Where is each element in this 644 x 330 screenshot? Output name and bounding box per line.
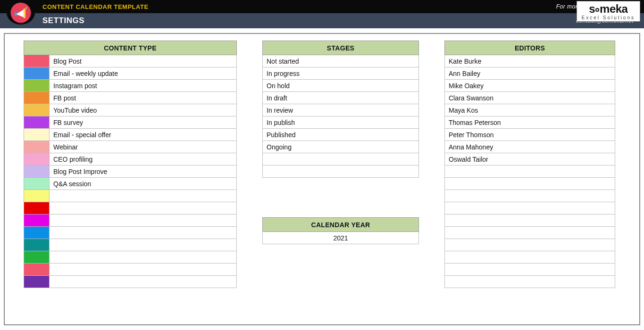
editor-name[interactable]: Kate Burke (445, 55, 615, 67)
color-swatch[interactable] (24, 239, 50, 251)
stage-label[interactable]: Published (263, 129, 419, 141)
content-type-label[interactable]: YouTube video (50, 104, 237, 116)
editor-name[interactable] (445, 276, 615, 288)
brand-box[interactable]: smeka Excel Solutions (577, 1, 640, 22)
editor-row: Anna Mahoney (445, 141, 615, 153)
content-type-label[interactable]: CEO profiling (50, 153, 237, 165)
content-type-label[interactable]: Instagram post (50, 80, 237, 92)
editor-row: Clara Swanson (445, 92, 615, 104)
editor-name[interactable] (445, 239, 615, 251)
content-type-row (24, 190, 237, 202)
swatch-fill (24, 67, 49, 79)
stage-label[interactable]: Ongoing (263, 141, 419, 153)
content-type-label[interactable]: Webinar (50, 141, 237, 153)
editors-section: EDITORS Kate BurkeAnn BaileyMike OakeyCl… (444, 41, 615, 288)
color-swatch[interactable] (24, 165, 50, 178)
color-swatch[interactable] (24, 227, 50, 239)
content-type-label[interactable]: Email - weekly update (50, 67, 237, 80)
color-swatch[interactable] (24, 214, 50, 227)
content-type-label[interactable]: FB survey (50, 116, 237, 129)
page-subtitle: SETTINGS (42, 16, 84, 25)
content-type-label[interactable] (50, 264, 237, 276)
brand-sub-text: Excel Solutions (582, 16, 635, 20)
content-type-row: YouTube video (24, 104, 237, 116)
editor-name[interactable]: Clara Swanson (445, 92, 615, 104)
stage-row (263, 165, 419, 178)
brand-dot-icon (595, 8, 599, 12)
stage-row: In publish (263, 116, 419, 129)
calendar-year-value[interactable]: 2021 (263, 232, 419, 244)
color-swatch[interactable] (24, 276, 50, 288)
editor-row (445, 239, 615, 251)
swatch-fill (24, 116, 49, 128)
editor-name[interactable]: Ann Bailey (445, 67, 615, 80)
editor-name[interactable] (445, 165, 615, 178)
editor-row (445, 264, 615, 276)
color-swatch[interactable] (24, 251, 50, 264)
brand-logo (7, 1, 35, 25)
color-swatch[interactable] (24, 67, 50, 80)
content-type-label[interactable] (50, 202, 237, 214)
swatch-fill (24, 276, 49, 288)
editor-name[interactable] (445, 227, 615, 239)
page-title: CONTENT CALENDAR TEMPLATE (42, 3, 149, 10)
content-type-row: Q&A session (24, 178, 237, 190)
stage-label[interactable]: In review (263, 104, 419, 116)
stages-heading: STAGES (263, 41, 419, 55)
content-type-label[interactable]: Email - special offer (50, 129, 237, 141)
content-type-label[interactable]: Blog Post (50, 55, 237, 67)
color-swatch[interactable] (24, 104, 50, 116)
editor-name[interactable]: Peter Thomson (445, 129, 615, 141)
editor-name[interactable]: Anna Mahoney (445, 141, 615, 153)
stage-label[interactable]: In draft (263, 92, 419, 104)
color-swatch[interactable] (24, 264, 50, 276)
editor-name[interactable] (445, 264, 615, 276)
color-swatch[interactable] (24, 153, 50, 165)
color-swatch[interactable] (24, 80, 50, 92)
color-swatch[interactable] (24, 116, 50, 129)
color-swatch[interactable] (24, 178, 50, 190)
color-swatch[interactable] (24, 190, 50, 202)
stage-label[interactable] (263, 153, 419, 165)
swatch-fill (24, 251, 49, 263)
color-swatch[interactable] (24, 202, 50, 214)
editor-name[interactable] (445, 178, 615, 190)
color-swatch[interactable] (24, 141, 50, 153)
editor-name[interactable] (445, 190, 615, 202)
swatch-fill (24, 141, 49, 153)
content-type-label[interactable]: Q&A session (50, 178, 237, 190)
editor-name[interactable] (445, 214, 615, 227)
editor-row: Oswald Tailor (445, 153, 615, 165)
content-type-label[interactable] (50, 276, 237, 288)
swatch-fill (24, 153, 49, 165)
content-type-label[interactable] (50, 190, 237, 202)
content-type-label[interactable]: FB post (50, 92, 237, 104)
stage-label[interactable]: In publish (263, 116, 419, 129)
stage-row (263, 153, 419, 165)
editor-name[interactable]: Mike Oakey (445, 80, 615, 92)
editor-name[interactable]: Maya Kos (445, 104, 615, 116)
content-type-row: FB post (24, 92, 237, 104)
stage-row: Published (263, 129, 419, 141)
content-type-label[interactable]: Blog Post Improve (50, 165, 237, 178)
editor-name[interactable] (445, 251, 615, 264)
editor-name[interactable]: Thomas Peterson (445, 116, 615, 129)
calendar-year-heading: CALENDAR YEAR (263, 218, 419, 232)
stage-label[interactable]: On hold (263, 80, 419, 92)
stages-section: STAGES Not startedIn progressOn holdIn d… (262, 41, 419, 178)
content-type-label[interactable] (50, 214, 237, 227)
stage-label[interactable]: In progress (263, 67, 419, 80)
color-swatch[interactable] (24, 55, 50, 67)
content-type-label[interactable] (50, 227, 237, 239)
swatch-fill (24, 178, 49, 190)
content-type-label[interactable] (50, 251, 237, 264)
stage-label[interactable]: Not started (263, 55, 419, 67)
content-type-label[interactable] (50, 239, 237, 251)
top-bar: CONTENT CALENDAR TEMPLATE For more templ… (0, 0, 644, 13)
swatch-fill (24, 214, 49, 226)
editor-name[interactable] (445, 202, 615, 214)
stage-label[interactable] (263, 165, 419, 178)
editor-name[interactable]: Oswald Tailor (445, 153, 615, 165)
color-swatch[interactable] (24, 92, 50, 104)
color-swatch[interactable] (24, 129, 50, 141)
